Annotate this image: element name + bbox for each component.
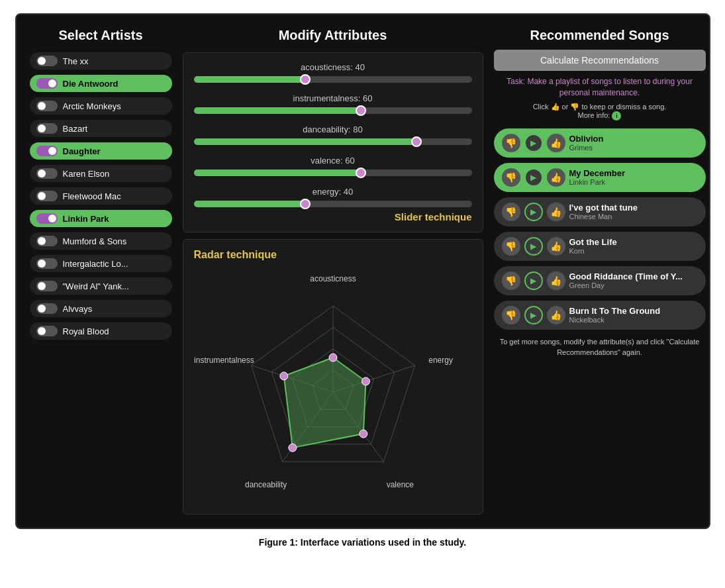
click-info: Click 👍 or 👎 to keep or dismiss a song. … <box>494 103 706 121</box>
artist-item[interactable]: Fleetwood Mac <box>30 187 172 205</box>
artist-item[interactable]: Daughter <box>30 142 172 160</box>
song-artist: Chinese Man <box>569 213 698 220</box>
slider-row: acousticness: 40 <box>194 62 472 83</box>
song-card: 👎▶👍Got the LifeKorn <box>494 232 706 261</box>
song-list: 👎▶👍OblivionGrimes👎▶👍My DecemberLinkin Pa… <box>494 128 706 330</box>
dislike-button[interactable]: 👎 <box>502 203 520 221</box>
slider-label: energy: 40 <box>194 187 472 197</box>
calc-recommendations-button[interactable]: Calculate Recommendations <box>494 50 706 71</box>
slider-track[interactable] <box>194 201 472 207</box>
song-info: Burn It To The GroundNickelback <box>569 306 698 324</box>
slider-track[interactable] <box>194 107 472 114</box>
slider-section: acousticness: 40instrumentalness: 60danc… <box>183 52 483 232</box>
artist-item[interactable]: The xx <box>30 52 172 70</box>
artist-toggle[interactable] <box>36 123 58 134</box>
artist-toggle[interactable] <box>36 303 58 314</box>
svg-text:energy: energy <box>428 356 453 365</box>
slider-track[interactable] <box>194 138 472 145</box>
app-container: Select Artists The xxDie AntwoordArctic … <box>15 13 710 529</box>
artist-item[interactable]: Karen Elson <box>30 165 172 182</box>
like-button[interactable]: 👍 <box>547 203 565 221</box>
play-button[interactable]: ▶ <box>524 134 543 152</box>
more-songs-text: To get more songs, modify the attribute(… <box>494 336 706 358</box>
radar-title: Radar technique <box>194 249 472 261</box>
artist-item[interactable]: "Weird Al" Yank... <box>30 277 172 295</box>
slider-track[interactable] <box>194 76 472 83</box>
song-card: 👎▶👍My DecemberLinkin Park <box>494 163 706 192</box>
artist-item[interactable]: Bazart <box>30 120 172 137</box>
slider-thumb[interactable] <box>356 105 366 116</box>
artist-name: Mumford & Sons <box>63 236 127 246</box>
like-button[interactable]: 👍 <box>547 271 565 290</box>
dislike-button[interactable]: 👎 <box>502 168 520 187</box>
slider-thumb[interactable] <box>356 168 366 178</box>
artist-item[interactable]: Mumford & Sons <box>30 232 172 250</box>
play-button[interactable]: ▶ <box>524 203 543 221</box>
song-card: 👎▶👍OblivionGrimes <box>494 128 706 158</box>
svg-point-14 <box>279 372 287 380</box>
slider-track[interactable] <box>194 170 472 176</box>
artist-item[interactable]: Intergalactic Lo... <box>30 255 172 272</box>
radar-container: acousticnessenergyvalencedanceabilityins… <box>194 266 472 505</box>
radar-section: Radar technique acousticnessenergyvalenc… <box>183 239 483 514</box>
artist-name: Intergalactic Lo... <box>63 259 128 269</box>
slider-technique-label: Slider technique <box>194 211 472 222</box>
artist-toggle[interactable] <box>36 236 58 246</box>
artist-toggle[interactable] <box>36 281 58 291</box>
middle-panel-title: Modify Attributes <box>183 28 483 43</box>
slider-label: acousticness: 40 <box>194 62 472 72</box>
artist-toggle[interactable] <box>36 56 58 66</box>
artist-toggle[interactable] <box>36 326 58 336</box>
slider-thumb[interactable] <box>300 199 311 209</box>
like-button[interactable]: 👍 <box>547 306 565 324</box>
slider-fill <box>194 107 361 114</box>
artist-toggle[interactable] <box>36 258 58 269</box>
artist-item[interactable]: Linkin Park <box>30 210 172 227</box>
artist-toggle[interactable] <box>36 78 58 89</box>
slider-thumb[interactable] <box>300 74 311 85</box>
artist-name: Daughter <box>63 146 101 156</box>
artist-toggle[interactable] <box>36 191 58 201</box>
right-panel: Recommended Songs Calculate Recommendati… <box>494 28 706 514</box>
artist-toggle[interactable] <box>36 101 58 111</box>
task-description: Task: Make a playlist of songs to listen… <box>494 76 706 99</box>
like-button[interactable]: 👍 <box>547 237 565 256</box>
play-button[interactable]: ▶ <box>524 168 543 187</box>
slider-row: energy: 40 <box>194 187 472 207</box>
like-button[interactable]: 👍 <box>547 168 565 187</box>
svg-text:acousticness: acousticness <box>310 274 356 283</box>
svg-point-11 <box>362 377 369 385</box>
artist-item[interactable]: Royal Blood <box>30 322 172 340</box>
info-icon[interactable]: i <box>612 111 621 121</box>
svg-marker-9 <box>283 358 365 448</box>
play-button[interactable]: ▶ <box>524 237 543 256</box>
like-button[interactable]: 👍 <box>547 134 565 152</box>
slider-thumb[interactable] <box>411 136 422 147</box>
song-title: Oblivion <box>569 134 698 144</box>
dislike-button[interactable]: 👎 <box>502 134 520 152</box>
song-title: Burn It To The Ground <box>569 306 698 316</box>
song-info: My DecemberLinkin Park <box>569 168 698 186</box>
artist-item[interactable]: Arctic Monkeys <box>30 97 172 115</box>
artist-toggle[interactable] <box>36 213 58 224</box>
artist-name: Alvvays <box>63 304 93 314</box>
slider-label: instrumentalness: 60 <box>194 93 472 103</box>
svg-text:danceability: danceability <box>244 480 286 489</box>
dislike-button[interactable]: 👎 <box>502 306 520 324</box>
artist-name: Karen Elson <box>63 169 110 179</box>
artist-toggle[interactable] <box>36 146 58 156</box>
artist-item[interactable]: Die Antwoord <box>30 75 172 92</box>
artist-name: Arctic Monkeys <box>63 101 121 111</box>
song-info: Got the LifeKorn <box>569 237 698 255</box>
artist-item[interactable]: Alvvays <box>30 300 172 317</box>
song-artist: Grimes <box>569 144 698 152</box>
play-button[interactable]: ▶ <box>524 306 543 324</box>
right-panel-title: Recommended Songs <box>494 28 706 43</box>
play-button[interactable]: ▶ <box>524 271 543 290</box>
middle-panel: Modify Attributes acousticness: 40instru… <box>183 28 483 514</box>
dislike-button[interactable]: 👎 <box>502 271 520 290</box>
slider-list: acousticness: 40instrumentalness: 60danc… <box>194 62 472 207</box>
artist-name: Bazart <box>63 124 88 134</box>
dislike-button[interactable]: 👎 <box>502 237 520 256</box>
artist-toggle[interactable] <box>36 168 58 179</box>
